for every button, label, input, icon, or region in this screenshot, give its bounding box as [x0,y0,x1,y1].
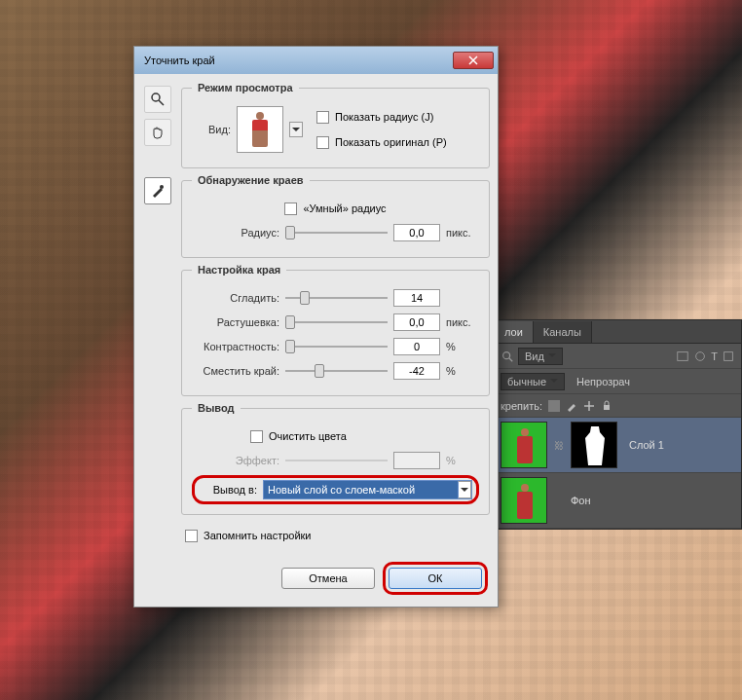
refine-brush-tool[interactable] [144,177,171,204]
filter-type-dropdown[interactable]: Вид [518,348,563,365]
brush-icon [150,183,166,199]
feather-input[interactable] [393,313,440,331]
smooth-input[interactable] [393,289,440,307]
filter-shape-icon[interactable] [722,350,735,363]
output-legend: Вывод [192,402,241,414]
panel-tabs: лои Каналы [495,320,741,344]
dialog-titlebar[interactable]: Уточнить край [134,47,498,74]
cancel-button[interactable]: Отмена [281,568,375,589]
shift-input[interactable] [393,362,440,380]
svg-point-7 [152,93,160,101]
lock-paint-icon[interactable] [566,400,577,412]
smart-radius-label: «Умный» радиус [303,203,386,214]
zoom-tool[interactable] [144,86,171,113]
layer-item-1[interactable]: ⛓ Слой 1 [495,418,741,473]
hand-tool[interactable] [144,119,171,146]
show-original-label: Показать оригинал (P) [335,136,447,148]
feather-label: Растушевка: [192,316,279,328]
lock-all-icon[interactable] [601,400,612,412]
effect-slider [285,452,388,469]
layer-name[interactable]: Фон [571,495,591,506]
tab-channels[interactable]: Каналы [534,321,592,343]
shift-label: Сместить край: [192,365,279,377]
layer-item-background[interactable]: Фон [495,473,741,529]
smooth-slider[interactable] [285,289,388,307]
output-to-dropdown[interactable]: Новый слой со слоем-маской [263,480,472,499]
search-icon [501,350,514,363]
refine-edge-dialog: Уточнить край Режим просмотра Вид: [133,46,499,608]
layer-thumbnail[interactable] [501,477,547,524]
output-to-value: Новый слой со слоем-маской [268,484,415,496]
svg-point-3 [696,351,705,360]
ok-button[interactable]: ОК [389,568,482,589]
svg-line-1 [509,357,513,361]
filter-text-icon[interactable]: T [711,350,718,362]
contrast-unit: % [446,341,479,352]
view-mode-legend: Режим просмотра [192,82,299,93]
radius-input[interactable] [393,224,440,241]
svg-rect-4 [724,351,733,360]
chevron-down-icon [461,488,468,496]
layer-mask-thumbnail[interactable] [571,422,617,468]
output-to-label: Вывод в: [199,484,257,496]
svg-point-0 [503,351,510,358]
opacity-label: Непрозрач [576,376,630,387]
svg-point-9 [160,185,164,189]
decontaminate-checkbox[interactable] [250,430,263,443]
svg-rect-5 [548,400,560,412]
dialog-title: Уточнить край [144,55,453,66]
blend-mode-dropdown[interactable]: бычные [501,373,565,390]
remember-label: Запомнить настройки [204,530,312,541]
svg-rect-2 [678,351,688,360]
contrast-slider[interactable] [285,338,388,355]
view-dropdown-caret[interactable] [289,122,303,137]
remember-checkbox[interactable] [185,530,198,542]
shift-slider[interactable] [285,362,388,380]
feather-slider[interactable] [285,313,388,331]
radius-unit: пикс. [446,227,479,239]
edge-detection-fieldset: Обнаружение краев «Умный» радиус Радиус:… [181,174,490,258]
layers-filter-bar: Вид T [495,344,741,369]
layer-thumbnail[interactable] [501,422,547,468]
filter-adjust-icon[interactable] [693,350,707,363]
tab-layers[interactable]: лои [495,321,534,343]
contrast-input[interactable] [393,338,440,355]
link-icon[interactable]: ⛓ [553,438,565,452]
lock-row: крепить: [495,394,741,418]
show-radius-label: Показать радиус (J) [335,111,433,123]
edge-detection-legend: Обнаружение краев [192,174,310,186]
effect-label: Эффект: [192,455,279,466]
effect-unit: % [446,455,479,466]
view-label: Вид: [192,124,231,135]
output-highlight: Вывод в: Новый слой со слоем-маской [192,475,479,504]
smooth-label: Сгладить: [192,292,279,304]
tool-column [142,82,173,599]
ok-highlight: ОК [383,562,488,595]
close-icon [468,55,478,65]
layer-name[interactable]: Слой 1 [629,439,664,451]
radius-label: Радиус: [192,227,279,239]
lock-label: крепить: [501,400,542,412]
adjust-edge-fieldset: Настройка края Сгладить: Растушевка: пик… [181,264,490,396]
smart-radius-checkbox[interactable] [284,203,297,215]
hand-icon [150,125,166,140]
blend-opacity-row: бычные Непрозрач [495,369,741,394]
shift-unit: % [446,365,479,377]
adjust-edge-legend: Настройка края [192,264,286,276]
layers-panel: лои Каналы Вид T бычные Непрозрач крепит… [494,319,742,530]
contrast-label: Контрастность: [192,341,279,352]
effect-input [393,452,440,469]
view-preview-thumbnail[interactable] [237,106,283,153]
svg-line-8 [159,100,164,105]
show-original-checkbox[interactable] [316,136,329,149]
svg-rect-6 [604,405,610,410]
lock-move-icon[interactable] [583,400,595,412]
radius-slider[interactable] [285,224,388,241]
filter-image-icon[interactable] [676,350,689,363]
lock-transparent-icon[interactable] [548,400,560,412]
output-fieldset: Вывод Очистить цвета Эффект: % Вывод в: … [181,402,490,515]
view-mode-fieldset: Режим просмотра Вид: Показать радиус (J)… [181,82,490,168]
feather-unit: пикс. [446,316,479,328]
close-button[interactable] [453,52,494,69]
show-radius-checkbox[interactable] [316,111,329,124]
